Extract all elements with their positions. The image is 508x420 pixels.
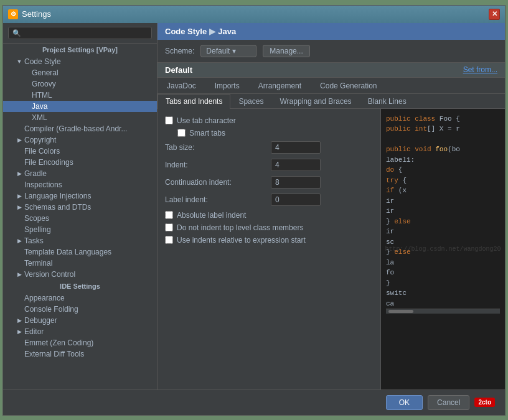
sidebar-item-gradle[interactable]: Gradle — [3, 168, 157, 179]
absolute-label-indent-label: Absolute label indent — [177, 211, 246, 220]
use-indents-relative-label: Use indents relative to expression start — [177, 236, 306, 245]
sidebar-item-file-colors[interactable]: File Colors — [3, 146, 157, 157]
app-icon: ⚙ — [8, 9, 18, 19]
do-not-indent-row: Do not indent top level class members — [165, 223, 373, 232]
label-indent-row: Label indent: — [165, 194, 373, 206]
continuation-indent-label: Continuation indent: — [165, 178, 265, 187]
close-button[interactable]: ✕ — [489, 9, 500, 20]
tree-arrow-console-folding — [16, 306, 23, 313]
code-line: try { — [386, 175, 500, 186]
set-from-link[interactable]: Set from... — [463, 65, 497, 74]
settings-content: Use tab character Smart tabs Tab size: — [158, 109, 505, 390]
settings-form: Use tab character Smart tabs Tab size: — [158, 109, 380, 390]
sidebar-item-label: XML — [32, 113, 47, 122]
main-panel: Code Style ▶ Java Scheme: Default ▾ Mana… — [158, 23, 505, 390]
tree-arrow-file-colors — [16, 147, 23, 155]
sidebar-item-file-encodings[interactable]: File Encodings — [3, 157, 157, 168]
tree-arrow-editor — [16, 328, 23, 335]
sidebar-item-appearance[interactable]: Appearance — [3, 292, 157, 304]
manage-button[interactable]: Manage... — [263, 45, 309, 57]
use-indents-relative-checkbox[interactable] — [165, 236, 173, 244]
tree-arrow-terminal — [16, 259, 23, 267]
do-not-indent-checkbox[interactable] — [165, 223, 173, 231]
smart-tabs-checkbox[interactable] — [177, 129, 186, 137]
tree-arrow-appearance — [16, 294, 23, 302]
label-indent-input[interactable] — [271, 194, 321, 206]
search-input[interactable] — [8, 27, 152, 39]
search-bar — [3, 23, 157, 44]
sidebar-item-xml[interactable]: XML — [3, 112, 157, 123]
tab-size-input[interactable] — [271, 141, 321, 154]
tab-wrapping-and-braces[interactable]: Wrapping and Braces — [271, 94, 359, 108]
sidebar-item-label: General — [32, 68, 59, 77]
title-bar: ⚙ Settings ✕ — [3, 6, 505, 23]
sidebar-item-label: Editor — [24, 327, 44, 336]
cancel-button[interactable]: Cancel — [428, 395, 469, 410]
tree-arrow-schemas — [16, 203, 23, 211]
sidebar-item-label: Template Data Languages — [24, 248, 111, 256]
sidebar-item-html[interactable]: HTML — [3, 90, 157, 101]
sidebar-item-console-folding[interactable]: Console Folding — [3, 304, 157, 315]
sidebar-item-groovy[interactable]: Groovy — [3, 78, 157, 90]
sidebar-item-label: Groovy — [32, 80, 56, 88]
absolute-label-indent-checkbox[interactable] — [165, 211, 173, 219]
sidebar-item-code-style[interactable]: Code Style — [3, 56, 157, 67]
tree-arrow-compiler — [16, 125, 23, 133]
sidebar-item-editor[interactable]: Editor — [3, 326, 157, 337]
content-area: Project Settings [VPay] Code Style Gener… — [3, 23, 505, 390]
tab-spaces[interactable]: Spaces — [230, 94, 271, 108]
scrollbar-thumb[interactable] — [388, 310, 413, 313]
code-line: label1: — [386, 155, 500, 166]
code-line: } else — [386, 217, 500, 227]
sidebar-item-emmet[interactable]: Emmet (Zen Coding) — [3, 337, 157, 348]
ok-button[interactable]: OK — [386, 395, 423, 410]
tab-imports[interactable]: Imports — [205, 78, 249, 93]
sidebar-item-tasks[interactable]: Tasks — [3, 235, 157, 246]
sidebar-item-label: Schemas and DTDs — [24, 203, 91, 212]
tab-arrangement[interactable]: Arrangement — [249, 78, 311, 93]
sidebar-item-debugger[interactable]: Debugger — [3, 315, 157, 326]
tab-size-row: Tab size: — [165, 141, 373, 154]
tab-tabs-and-indents[interactable]: Tabs and Indents — [158, 94, 230, 109]
sidebar-item-schemas[interactable]: Schemas and DTDs — [3, 202, 157, 213]
tab-javadoc[interactable]: JavaDoc — [158, 78, 205, 93]
code-line — [386, 134, 500, 145]
sidebar-item-scopes[interactable]: Scopes — [3, 213, 157, 224]
use-tab-character-label: Use tab character — [177, 116, 236, 125]
sidebar-item-label: Gradle — [24, 169, 47, 178]
code-line: do { — [386, 165, 500, 175]
continuation-indent-input[interactable] — [271, 176, 321, 189]
code-line: public void foo(bo — [386, 144, 500, 155]
sidebar-item-general[interactable]: General — [3, 67, 157, 78]
indent-input[interactable] — [271, 159, 321, 171]
sidebar-item-language-injections[interactable]: Language Injections — [3, 190, 157, 202]
tree-arrow-java — [23, 103, 31, 110]
tree-arrow-xml — [23, 114, 31, 121]
code-line: la — [386, 258, 500, 268]
sidebar-item-external-diff[interactable]: External Diff Tools — [3, 348, 157, 360]
tree-arrow-groovy — [23, 80, 31, 88]
sidebar-item-copyright[interactable]: Copyright — [3, 134, 157, 146]
tree-arrow-tasks — [16, 237, 23, 245]
scheme-dropdown[interactable]: Default ▾ — [200, 45, 256, 57]
tree-arrow-spelling — [16, 226, 23, 233]
tree-arrow-gradle — [16, 170, 23, 177]
breadcrumb-java: Java — [218, 27, 236, 36]
sidebar-item-label: HTML — [32, 91, 52, 100]
sidebar-item-label: Compiler (Gradle-based Andr... — [24, 124, 127, 133]
sidebar-item-terminal[interactable]: Terminal — [3, 258, 157, 269]
sidebar-item-java[interactable]: Java — [3, 101, 157, 112]
sidebar-item-label: Copyright — [24, 136, 56, 144]
tree-arrow-debugger — [16, 317, 23, 324]
sidebar-item-template-data[interactable]: Template Data Languages — [3, 246, 157, 258]
sidebar-item-compiler[interactable]: Compiler (Gradle-based Andr... — [3, 123, 157, 134]
use-tab-character-checkbox[interactable] — [165, 116, 173, 124]
code-line: switc — [386, 288, 500, 299]
sidebar-item-spelling[interactable]: Spelling — [3, 224, 157, 235]
code-line: ir — [386, 226, 500, 237]
sidebar-item-inspections[interactable]: Inspections — [3, 179, 157, 190]
sidebar-item-version-control[interactable]: Version Control — [3, 269, 157, 280]
scrollbar-track[interactable] — [386, 309, 500, 314]
tab-blank-lines[interactable]: Blank Lines — [360, 94, 415, 108]
tab-code-generation[interactable]: Code Generation — [311, 78, 386, 93]
